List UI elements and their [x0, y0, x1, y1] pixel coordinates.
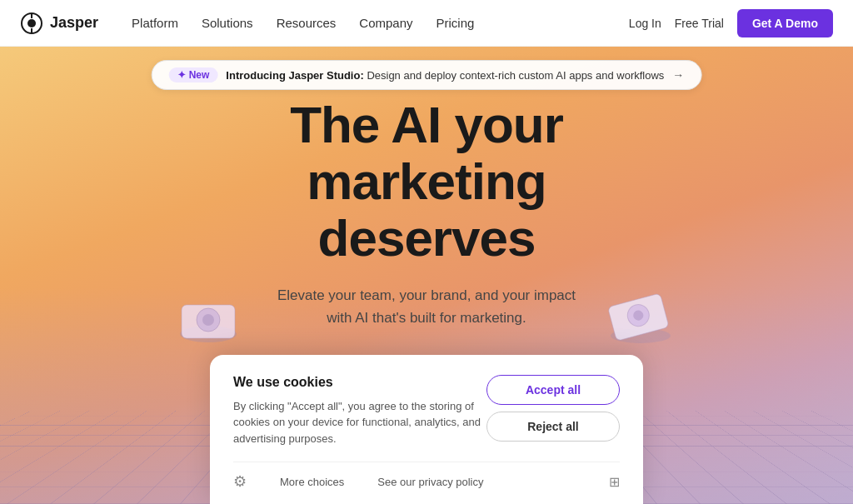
hero-subtitle-line1: Elevate your team, your brand, and your … — [277, 287, 576, 303]
cookie-text: By clicking "Accept all", you agree to t… — [233, 398, 483, 447]
translate-icon[interactable]: ⊞ — [609, 474, 620, 490]
logo-text: Jasper — [50, 14, 98, 32]
hero-title: The AI your marketing deserves — [213, 97, 640, 267]
get-demo-nav-button[interactable]: Get A Demo — [737, 9, 833, 37]
nav-company[interactable]: Company — [359, 16, 412, 30]
nav-resources[interactable]: Resources — [277, 16, 337, 30]
cookie-footer: ⚙ More choices See our privacy policy ⊞ — [233, 462, 620, 491]
arrow-icon: → — [672, 68, 684, 82]
free-trial-nav-button[interactable]: Free Trial — [675, 17, 724, 30]
cookie-banner: We use cookies By clicking "Accept all",… — [210, 355, 643, 505]
announcement-banner[interactable]: ✦ New Introducing Jasper Studio: Design … — [152, 60, 702, 90]
cookie-top-section: We use cookies By clicking "Accept all",… — [233, 375, 620, 462]
badge-label: New — [189, 69, 210, 81]
more-choices-link[interactable]: More choices — [280, 476, 344, 488]
svg-point-7 — [202, 314, 214, 326]
announcement-rest: Design and deploy context-rich custom AI… — [367, 69, 664, 82]
nav-solutions[interactable]: Solutions — [202, 16, 253, 30]
reject-all-button[interactable]: Reject all — [486, 412, 620, 442]
nav-pricing[interactable]: Pricing — [436, 16, 475, 30]
hero-subtitle: Elevate your team, your brand, and your … — [213, 284, 640, 329]
badge-icon: ✦ — [177, 69, 186, 81]
announcement-bold: Introducing Jasper Studio: — [226, 69, 363, 82]
login-button[interactable]: Log In — [629, 17, 661, 30]
cookie-button-group: Accept all Reject all — [486, 375, 620, 442]
logo-icon — [20, 12, 43, 35]
nav-actions: Log In Free Trial Get A Demo — [629, 9, 833, 37]
navbar: Jasper Platform Solutions Resources Comp… — [0, 0, 853, 47]
hero-title-line2: marketing deserves — [307, 152, 546, 267]
logo[interactable]: Jasper — [20, 12, 98, 35]
accept-all-button[interactable]: Accept all — [486, 375, 620, 405]
hero-content: The AI your marketing deserves Elevate y… — [213, 97, 640, 392]
cookie-left: We use cookies By clicking "Accept all",… — [233, 375, 483, 462]
hero-title-line1: The AI your — [290, 96, 563, 153]
privacy-policy-link[interactable]: See our privacy policy — [377, 476, 483, 488]
settings-icon[interactable]: ⚙ — [233, 472, 247, 491]
hero-subtitle-line2: with AI that's built for marketing. — [327, 310, 526, 326]
nav-platform[interactable]: Platform — [132, 16, 178, 30]
nav-links: Platform Solutions Resources Company Pri… — [132, 16, 629, 30]
svg-point-1 — [27, 19, 36, 27]
announcement-text: Introducing Jasper Studio: Design and de… — [226, 69, 664, 82]
new-badge: ✦ New — [169, 67, 218, 82]
cookie-title: We use cookies — [233, 375, 483, 390]
